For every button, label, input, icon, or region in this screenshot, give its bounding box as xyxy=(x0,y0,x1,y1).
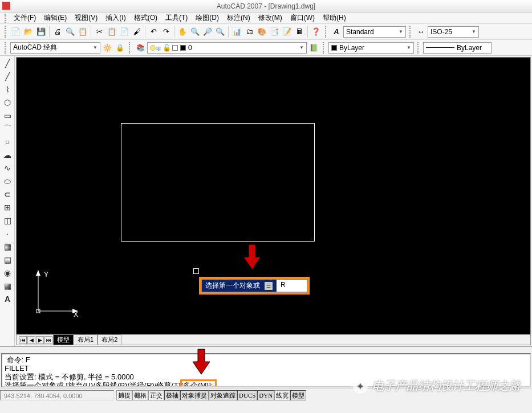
snap-toggle[interactable]: 捕捉 xyxy=(116,390,132,400)
dyn-toggle[interactable]: DYN xyxy=(257,390,274,400)
scroll-track[interactable] xyxy=(0,346,532,352)
tab-next-icon[interactable]: ▶ xyxy=(36,336,44,344)
tab-last-icon[interactable]: ⏭ xyxy=(44,336,52,344)
lwt-toggle[interactable]: 线宽 xyxy=(274,390,290,400)
line-icon[interactable]: ╱ xyxy=(1,57,14,69)
menu-help[interactable]: 帮助(H) xyxy=(319,12,350,24)
calc-icon[interactable]: 🖩 xyxy=(294,26,305,38)
menu-dimension[interactable]: 标注(N) xyxy=(224,12,254,24)
grip-icon[interactable] xyxy=(409,26,412,38)
preview-icon[interactable]: 🔍 xyxy=(64,26,76,38)
markup-icon[interactable]: 📝 xyxy=(281,26,293,38)
publish-icon[interactable]: 📋 xyxy=(77,26,88,38)
ortho-toggle[interactable]: 正交 xyxy=(148,390,164,400)
grip-icon[interactable] xyxy=(5,14,7,23)
command-window[interactable]: 命令: F FILLET 当前设置: 模式 = 不修剪, 半径 = 5.0000… xyxy=(1,353,531,387)
menu-modify[interactable]: 修改(M) xyxy=(255,12,286,24)
menu-tools[interactable]: 工具(T) xyxy=(162,12,191,24)
circle-icon[interactable]: ○ xyxy=(1,136,14,148)
point-icon[interactable]: · xyxy=(1,227,14,240)
open-icon[interactable]: 📂 xyxy=(23,26,34,38)
menu-edit[interactable]: 编辑(E) xyxy=(40,12,70,24)
cut-icon[interactable]: ✂ xyxy=(94,26,105,38)
tab-prev-icon[interactable]: ◀ xyxy=(27,336,35,344)
text-style-combo[interactable]: Standard▼ xyxy=(343,26,406,38)
menu-view[interactable]: 视图(V) xyxy=(71,12,101,24)
menu-insert[interactable]: 插入(I) xyxy=(102,12,129,24)
grip-icon[interactable] xyxy=(5,26,7,38)
polar-toggle[interactable]: 极轴 xyxy=(164,390,180,400)
block-icon[interactable]: ◫ xyxy=(1,214,14,227)
undo-icon[interactable]: ↶ xyxy=(148,26,159,38)
menu-draw[interactable]: 绘图(D) xyxy=(192,12,222,24)
match-icon[interactable]: 🖌 xyxy=(131,26,143,38)
otrack-toggle[interactable]: 对象追踪 xyxy=(209,390,237,400)
insert-icon[interactable]: ⊞ xyxy=(1,201,14,214)
grip-icon[interactable] xyxy=(129,42,131,54)
revcloud-icon[interactable]: ☁ xyxy=(1,149,14,161)
menu-window[interactable]: 窗口(W) xyxy=(287,12,318,24)
tab-layout1[interactable]: 布局1 xyxy=(74,334,98,345)
options-icon[interactable]: ☰ xyxy=(265,282,273,290)
layer-prev-icon[interactable]: 📗 xyxy=(308,42,319,54)
linetype-combo[interactable]: ByLayer xyxy=(423,42,492,54)
xline-icon[interactable]: ╱ xyxy=(1,70,14,83)
sheet-icon[interactable]: 📑 xyxy=(269,26,280,38)
menu-bar: 文件(F) 编辑(E) 视图(V) 插入(I) 格式(O) 工具(T) 绘图(D… xyxy=(0,13,532,24)
paste-icon[interactable]: 📄 xyxy=(119,26,130,38)
polygon-icon[interactable]: ⬡ xyxy=(1,96,14,109)
ucs-y-label: Y xyxy=(44,271,48,279)
workspace-combo[interactable]: AutoCAD 经典▼ xyxy=(10,42,100,54)
arc-icon[interactable]: ⌒ xyxy=(1,122,14,135)
dimstyle-icon[interactable]: ↔ xyxy=(415,26,427,38)
grip-icon[interactable] xyxy=(325,26,327,38)
model-toggle[interactable]: 模型 xyxy=(290,390,306,400)
tab-model[interactable]: 模型 xyxy=(53,334,74,345)
grip-icon[interactable] xyxy=(5,42,7,54)
mtext-icon[interactable]: A xyxy=(1,293,14,305)
pan-icon[interactable]: ✋ xyxy=(177,26,188,38)
ducs-toggle[interactable]: DUCS xyxy=(237,390,257,400)
gradient-icon[interactable]: ▤ xyxy=(1,253,14,266)
rectangle-icon[interactable]: ▭ xyxy=(1,109,14,122)
new-icon[interactable]: 📄 xyxy=(10,26,22,38)
print-icon[interactable]: 🖨 xyxy=(52,26,63,38)
region-icon[interactable]: ◉ xyxy=(1,267,14,279)
ellipse-arc-icon[interactable]: ⊂ xyxy=(1,188,14,201)
tool-palette-icon[interactable]: 🎨 xyxy=(256,26,267,38)
tab-layout2[interactable]: 布局2 xyxy=(98,334,121,345)
table-icon[interactable]: ▦ xyxy=(1,280,14,292)
zoom-win-icon[interactable]: 🔎 xyxy=(202,26,213,38)
annotation-highlight xyxy=(180,379,217,387)
tab-first-icon[interactable]: ⏮ xyxy=(19,336,27,344)
grip-icon[interactable] xyxy=(417,42,420,54)
workspace-lock-icon[interactable]: 🔒 xyxy=(114,42,125,54)
pline-icon[interactable]: ⌇ xyxy=(1,83,14,96)
drawing-canvas[interactable]: 选择第一个对象或 ☰ R Y X xyxy=(17,58,530,334)
workspace-settings-icon[interactable]: 🔆 xyxy=(101,42,113,54)
grip-icon[interactable] xyxy=(323,42,325,54)
grid-toggle[interactable]: 栅格 xyxy=(132,390,148,400)
textstyle-icon[interactable]: A xyxy=(331,26,342,38)
properties-icon[interactable]: 📊 xyxy=(231,26,242,38)
redo-icon[interactable]: ↷ xyxy=(160,26,172,38)
menu-file[interactable]: 文件(F) xyxy=(10,12,39,24)
color-combo[interactable]: ByLayer▼ xyxy=(328,42,414,54)
hatch-icon[interactable]: ▦ xyxy=(1,240,14,253)
layer-props-icon[interactable]: 📚 xyxy=(135,42,146,54)
coordinates-display[interactable]: 943.5214, 730.4054, 0.0000 xyxy=(0,390,114,400)
zoom-rt-icon[interactable]: 🔍 xyxy=(189,26,201,38)
osnap-toggle[interactable]: 对象捕捉 xyxy=(180,390,209,400)
dim-style-combo[interactable]: ISO-25▼ xyxy=(428,26,479,38)
ellipse-icon[interactable]: ⬭ xyxy=(1,175,14,187)
copy-icon[interactable]: 📋 xyxy=(106,26,117,38)
dcenter-icon[interactable]: 🗂 xyxy=(243,26,255,38)
workspace-value: AutoCAD 经典 xyxy=(13,43,57,52)
dynamic-input-field[interactable]: R xyxy=(277,279,307,292)
zoom-prev-icon[interactable]: 🔍 xyxy=(214,26,226,38)
spline-icon[interactable]: ∿ xyxy=(1,162,14,174)
layer-combo[interactable]: ❄ 🔓 0▼ xyxy=(147,42,307,54)
help-icon[interactable]: ❓ xyxy=(310,26,322,38)
menu-format[interactable]: 格式(O) xyxy=(131,12,161,24)
save-icon[interactable]: 💾 xyxy=(35,26,47,38)
